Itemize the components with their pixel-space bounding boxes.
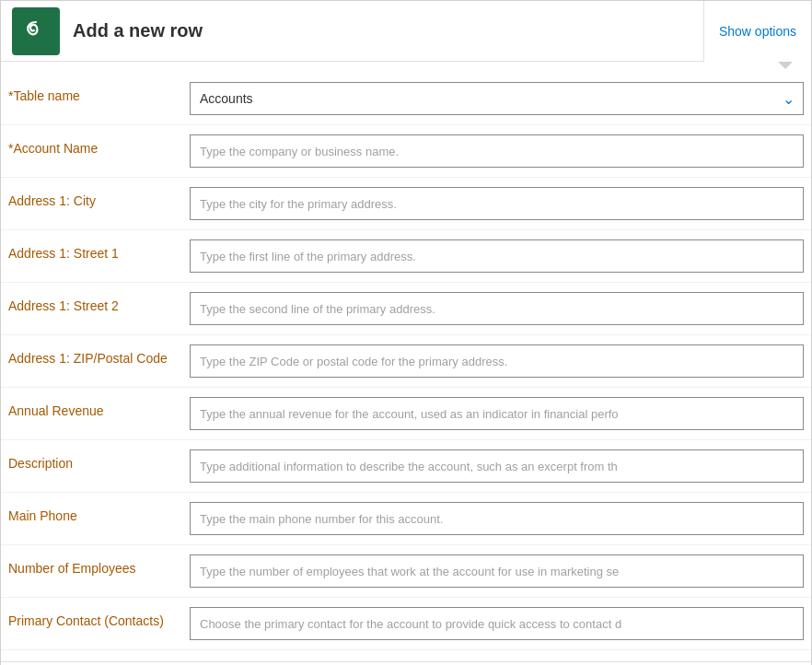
table-name-label: Table name	[1, 78, 190, 113]
field-account-name	[190, 131, 811, 171]
input-address-city[interactable]	[190, 187, 804, 220]
table-name-row: Table name Accounts Contacts Leads Oppor…	[1, 73, 811, 125]
input-annual-revenue[interactable]	[190, 397, 804, 430]
field-address-street1	[190, 236, 811, 276]
field-primary-contact	[190, 603, 811, 644]
table-name-select[interactable]: Accounts Contacts Leads Opportunities	[190, 82, 804, 115]
input-num-employees[interactable]	[190, 554, 804, 588]
field-row-address-city: Address 1: City	[1, 178, 811, 230]
field-row-main-phone: Main Phone	[1, 493, 811, 545]
app-logo-icon	[19, 15, 52, 48]
label-main-phone: Main Phone	[1, 498, 190, 533]
field-address-street2	[190, 288, 811, 329]
field-address-city	[190, 183, 811, 224]
field-row-description: Description	[1, 440, 811, 493]
field-row-num-employees: Number of Employees	[1, 545, 811, 598]
input-account-name[interactable]	[190, 134, 804, 168]
logo-box	[12, 7, 60, 55]
field-row-annual-revenue: Annual Revenue	[1, 388, 811, 440]
input-main-phone[interactable]	[190, 502, 804, 535]
show-options-button[interactable]: Show options	[703, 1, 811, 62]
page-title: Add a new row	[73, 20, 203, 41]
label-primary-contact: Primary Contact (Contacts)	[1, 603, 190, 638]
table-name-select-wrapper: Accounts Contacts Leads Opportunities ⌄	[190, 82, 804, 115]
label-address-street2: Address 1: Street 2	[1, 288, 190, 323]
table-name-field: Accounts Contacts Leads Opportunities ⌄	[190, 78, 811, 119]
field-row-primary-contact: Primary Contact (Contacts)	[1, 598, 811, 650]
field-row-address-street2: Address 1: Street 2	[1, 283, 811, 335]
input-primary-contact[interactable]	[190, 607, 804, 640]
input-address-street1[interactable]	[190, 239, 804, 273]
fields-container: Account NameAddress 1: CityAddress 1: St…	[1, 125, 811, 650]
input-address-zip[interactable]	[190, 344, 804, 378]
header: Add a new row Show options	[1, 1, 811, 62]
field-main-phone	[190, 498, 811, 539]
field-num-employees	[190, 551, 811, 591]
label-account-name: Account Name	[1, 131, 190, 166]
form-area: Table name Accounts Contacts Leads Oppor…	[1, 62, 811, 661]
field-row-address-zip: Address 1: ZIP/Postal Code	[1, 335, 811, 388]
label-num-employees: Number of Employees	[1, 551, 190, 586]
app-container: Add a new row Show options Table name Ac…	[0, 0, 812, 665]
label-address-city: Address 1: City	[1, 183, 190, 218]
label-address-street1: Address 1: Street 1	[1, 236, 190, 271]
label-description: Description	[1, 446, 190, 481]
footer: Show advanced options ⌄	[1, 661, 811, 665]
input-address-street2[interactable]	[190, 292, 804, 325]
label-annual-revenue: Annual Revenue	[1, 393, 190, 428]
field-row-address-street1: Address 1: Street 1	[1, 230, 811, 283]
input-description[interactable]	[190, 449, 804, 483]
field-address-zip	[190, 341, 811, 381]
label-address-zip: Address 1: ZIP/Postal Code	[1, 341, 190, 376]
field-annual-revenue	[190, 393, 811, 434]
field-row-account-name: Account Name	[1, 125, 811, 178]
field-description	[190, 446, 811, 486]
